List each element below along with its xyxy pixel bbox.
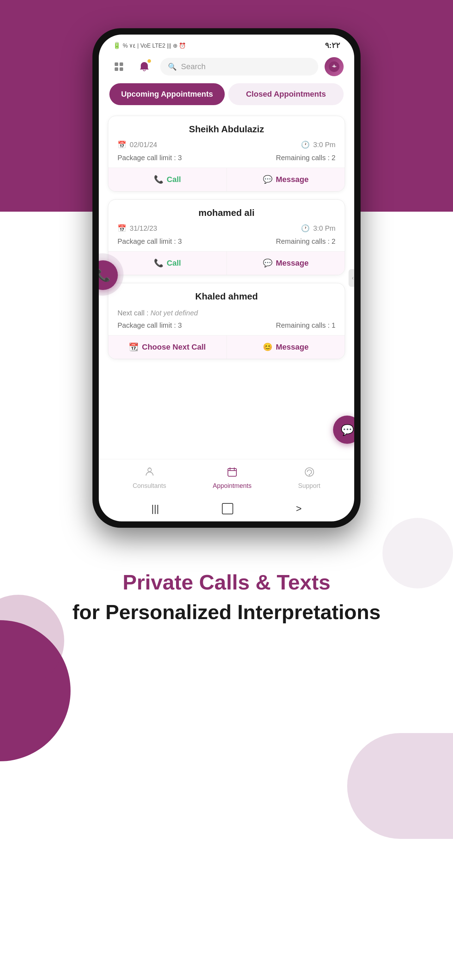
calendar-icon-1: 📅: [118, 141, 126, 148]
consultants-icon: [144, 466, 155, 480]
bottom-title-pink: Private Calls & Texts: [28, 570, 425, 594]
user-avatar[interactable]: [324, 57, 343, 76]
call-icon-1: 📞: [154, 175, 163, 184]
card-meta-1: 📅 02/01/24 🕐 3:0 Pm: [108, 139, 345, 152]
remaining-calls-1: Remaining calls : 2: [276, 154, 335, 162]
bnav-consultants-label: Consultants: [133, 482, 166, 490]
bnav-appointments[interactable]: Appointments: [213, 466, 251, 490]
tab-row: Upcoming Appointments Closed Appointment…: [99, 80, 354, 112]
card-name-3: Khaled ahmed: [108, 283, 345, 306]
android-nav: ||| >: [99, 500, 354, 518]
clock-icon-2: 🕐: [301, 224, 310, 232]
calendar-icon-2: 📅: [118, 224, 126, 232]
bottom-nav: Consultants Appointments: [99, 459, 354, 493]
call-icon-2: 📞: [154, 259, 163, 268]
bg-deco-right: [347, 733, 453, 839]
card-actions-2: 📞 Call 💬 Message: [108, 251, 345, 275]
clock-icon-1: 🕐: [301, 141, 310, 148]
bnav-support-label: Support: [298, 482, 320, 490]
card-time-1: 🕐 3:0 Pm: [301, 140, 335, 149]
card-actions-1: 📞 Call 💬 Message: [108, 167, 345, 191]
svg-rect-3: [119, 67, 123, 71]
float-chat-button[interactable]: 💬: [333, 415, 354, 444]
card-stats-3: Package call limit : 3 Remaining calls :…: [108, 319, 345, 335]
choose-next-call-button[interactable]: 📆 Choose Next Call: [108, 336, 227, 359]
android-home[interactable]: [222, 503, 233, 514]
phone-wrapper: 📞 💬 ‹ 🔋 % ۷٤ | VoE LTE2 ||| ⊕ ⏰ ۹:۲۲: [0, 0, 453, 528]
android-back[interactable]: |||: [151, 503, 159, 514]
appointment-card-2: mohamed ali 📅 31/12/23 🕐 3:0 Pm: [108, 199, 345, 275]
bnav-appointments-label: Appointments: [213, 482, 251, 490]
side-arrow[interactable]: ‹: [348, 269, 354, 287]
svg-rect-2: [114, 67, 118, 71]
msg-icon-2: 💬: [263, 259, 272, 268]
phone-frame: 📞 💬 ‹ 🔋 % ۷٤ | VoE LTE2 ||| ⊕ ⏰ ۹:۲۲: [92, 28, 361, 528]
status-left: 🔋 % ۷٤ | VoE LTE2 ||| ⊕ ⏰: [113, 41, 186, 49]
bottom-title-dark: for Personalized Interpretations: [28, 600, 425, 624]
phone-screen: 📞 💬 ‹ 🔋 % ۷٤ | VoE LTE2 ||| ⊕ ⏰ ۹:۲۲: [99, 35, 354, 522]
svg-rect-6: [228, 468, 236, 476]
spacer: [99, 363, 354, 415]
msg-icon-1: 💬: [263, 175, 272, 184]
tab-upcoming[interactable]: Upcoming Appointments: [110, 83, 225, 105]
status-time: ۹:۲۲: [325, 41, 340, 50]
package-limit-3: Package call limit : 3: [118, 321, 182, 329]
svg-rect-0: [114, 62, 118, 66]
appointments-icon: [227, 466, 238, 480]
bottom-text-section: Private Calls & Texts for Personalized I…: [0, 549, 453, 659]
signal-text: % ۷٤ | VoE LTE2 ||| ⊕ ⏰: [123, 42, 186, 49]
tab-closed[interactable]: Closed Appointments: [228, 83, 343, 105]
bnav-consultants[interactable]: Consultants: [133, 466, 166, 490]
search-bar[interactable]: 🔍 Search: [160, 58, 318, 75]
svg-rect-1: [119, 62, 123, 66]
message-button-2[interactable]: 💬 Message: [227, 251, 345, 275]
card-meta-2: 📅 31/12/23 🕐 3:0 Pm: [108, 223, 345, 235]
top-nav: 🔍 Search: [99, 54, 354, 80]
call-button-1[interactable]: 📞 Call: [108, 168, 227, 191]
search-icon: 🔍: [168, 62, 177, 71]
grid-icon[interactable]: [110, 57, 129, 76]
appointment-card-3: Khaled ahmed Next call : Not yet defined…: [108, 283, 345, 359]
card-stats-1: Package call limit : 3 Remaining calls :…: [108, 152, 345, 167]
choose-icon: 📆: [129, 342, 138, 352]
search-placeholder: Search: [181, 62, 206, 71]
msg-icon-3: 😊: [263, 342, 272, 352]
card-time-2: 🕐 3:0 Pm: [301, 224, 335, 232]
card-stats-2: Package call limit : 3 Remaining calls :…: [108, 235, 345, 251]
call-button-2[interactable]: 📞 Call: [108, 251, 227, 275]
bnav-support[interactable]: Support: [298, 466, 320, 490]
appointments-list: Sheikh Abdulaziz 📅 02/01/24 🕐 3:0 Pm: [99, 112, 354, 363]
card-name-1: Sheikh Abdulaziz: [108, 116, 345, 139]
bell-notification-dot: [148, 59, 151, 63]
next-call-row: Next call : Not yet defined: [108, 306, 345, 319]
android-recent[interactable]: >: [296, 503, 302, 514]
package-limit-1: Package call limit : 3: [118, 154, 182, 162]
remaining-calls-3: Remaining calls : 1: [276, 321, 335, 329]
card-date-2: 📅 31/12/23: [118, 224, 157, 232]
notification-bell[interactable]: [135, 57, 154, 76]
card-actions-3: 📆 Choose Next Call 😊 Message: [108, 335, 345, 359]
card-date-1: 📅 02/01/24: [118, 140, 157, 149]
support-icon: [304, 466, 315, 480]
card-name-2: mohamed ali: [108, 200, 345, 223]
appointment-card-1: Sheikh Abdulaziz 📅 02/01/24 🕐 3:0 Pm: [108, 116, 345, 192]
message-button-1[interactable]: 💬 Message: [227, 168, 345, 191]
message-button-3[interactable]: 😊 Message: [227, 336, 345, 359]
status-bar: 🔋 % ۷٤ | VoE LTE2 ||| ⊕ ⏰ ۹:۲۲: [99, 35, 354, 54]
remaining-calls-2: Remaining calls : 2: [276, 237, 335, 245]
svg-point-10: [309, 474, 310, 476]
package-limit-2: Package call limit : 3: [118, 237, 182, 245]
next-call-label: Next call :: [118, 309, 149, 317]
deco-circle-bottom-right: [382, 518, 453, 589]
next-call-value: Not yet defined: [150, 309, 198, 317]
battery-icon: 🔋: [113, 41, 121, 49]
